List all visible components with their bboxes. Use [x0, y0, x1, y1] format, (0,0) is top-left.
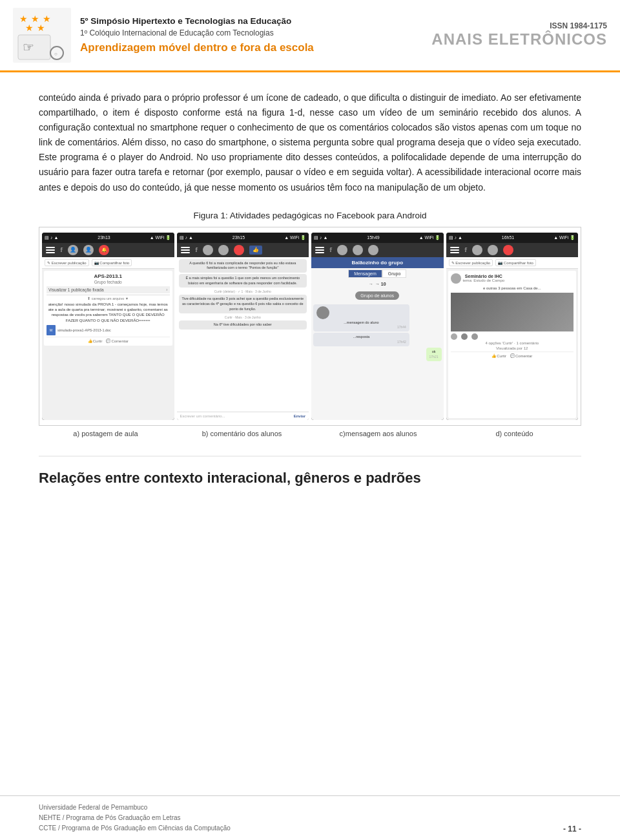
liker-3	[471, 333, 478, 340]
svg-text:★: ★	[37, 23, 45, 33]
doc-icon: W	[46, 325, 56, 335]
comment-input-bar: Escrever um comentário... Enviar	[177, 412, 309, 420]
comments-scroll: A questão 6 foi a mais complicada de res…	[177, 257, 309, 412]
comment-2: É a mais simples foi a questão 1 que com…	[179, 274, 307, 288]
coloquio-title: 1º Colóquio Internacional de Educação co…	[80, 28, 431, 39]
share-photo-btn[interactable]: 📷 Compartilhar foto	[92, 259, 132, 266]
sender-avatar-1	[316, 306, 329, 319]
divider-a	[46, 295, 170, 295]
avatar-b2	[218, 245, 229, 255]
post-footer-a: 👍 Curtir 💬 Comentar	[46, 337, 170, 343]
content-post-info-d: Seminário de IHC tema: Estudo de Campo	[463, 274, 505, 282]
header-center: 5º Simpósio Hipertexto e Tecnologias na …	[80, 16, 431, 56]
post-actions-bar-d: ✎ Escrever publicação 📷 Compartilhar fot…	[446, 257, 579, 269]
notif-b	[234, 245, 244, 255]
figure-caption: Figura 1: Atividades pedagógicas no Face…	[39, 211, 581, 220]
tab-message[interactable]: Mensagem	[348, 269, 382, 278]
figure-sublabels: a) postagem de aula b) comentário dos al…	[39, 430, 581, 437]
msg-bubble-1: ...mensagem do aluno 17h44	[313, 304, 409, 332]
msg-bubble-3: ok 17h21	[426, 348, 442, 361]
comment-placeholder: Escrever um comentário...	[180, 414, 225, 418]
comment-list: A questão 6 foi a mais complicada de res…	[177, 257, 309, 332]
post-text-a: atenção! nosso simulado da PROVA 1 - com…	[46, 302, 170, 324]
footer-line3: CCTE / Programa de Pós Graduação em Ciên…	[39, 823, 231, 834]
sublabel-b: b) comentário dos alunos	[175, 430, 309, 437]
section-heading: Relações entre contexto interacional, gê…	[39, 456, 581, 487]
post-actions-bar: ✎ Escrever publicação 📷 Compartilhar fot…	[42, 257, 174, 269]
figure-caption-bold: Figura 1	[193, 211, 225, 220]
group-members-row: → → 10	[314, 282, 441, 286]
comment-btn-d[interactable]: 💬 Comentar	[510, 353, 532, 358]
phone-screenshot-b: ▤ ♪ ▲ 23h15 ▲ WiFi 🔋 𝕗 👍	[177, 233, 309, 420]
content-post-sub-d: tema: Estudo de Campo	[463, 278, 505, 282]
aprendizagem-title: Aprendizagem móvel dentro e fora da esco…	[80, 41, 431, 55]
footer-left: Universidade Federal de Pernambuco NEHTE…	[39, 803, 231, 834]
page-header: ★ ★ ★ ★ ★ ☞ ○ 5º Simpósio Hipertexto e T…	[0, 0, 620, 72]
logo: ★ ★ ★ ★ ★ ☞ ○	[13, 8, 71, 63]
notifications-a: 🔔	[99, 245, 109, 255]
avatar-a2: 👤	[83, 245, 94, 255]
content-views-d: Visualizada por 12	[451, 346, 574, 350]
comment-meta-2: Curtir · Mais · 3 de Junho	[179, 315, 307, 319]
post-area-a: APS-2013.1 Grupo fechado Visualizar 1 pu…	[44, 271, 172, 346]
simposio-title: 5º Simpósio Hipertexto e Tecnologias na …	[80, 16, 431, 28]
menu-icon-b	[181, 247, 190, 253]
pinned-post-link[interactable]: Visualizar 1 publicação fixada ›	[46, 286, 170, 293]
footer-university: Universidade Federal de Pernambuco	[39, 803, 231, 813]
avatar-c	[337, 245, 347, 255]
group-info: → → 10 Grupo de alunos	[311, 279, 444, 302]
figure-section: Figura 1: Atividades pedagógicas no Face…	[39, 211, 581, 437]
group-label: Grupo de alunos	[355, 291, 399, 300]
share-photo-d[interactable]: 📷 Compartilhar foto	[495, 259, 536, 266]
menu-icon-d	[450, 247, 459, 253]
liker-1	[451, 333, 457, 340]
phone-screenshot-a: ▤ ♪ ▲ 23h13 ▲ WiFi 🔋 𝕗 👤 👤	[42, 233, 174, 420]
comment-1: A questão 6 foi a mais complicada de res…	[179, 259, 307, 273]
phone-content-c: Balãozinho do grupo Mensagem Grupo → → 1…	[311, 257, 444, 420]
post-title-a: APS-2013.1	[46, 273, 170, 279]
video-bg	[451, 293, 574, 331]
like-avatars	[451, 333, 574, 340]
status-bar-c: ▤ ♪ ▲ 15h49 ▲ WiFi 🔋	[311, 233, 444, 243]
content-post-d: Seminário de IHC tema: Estudo de Campo e…	[448, 271, 577, 418]
content-post-header-d: Seminário de IHC tema: Estudo de Campo	[451, 273, 574, 284]
nav-bar-a: 𝕗 👤 👤 🔔	[42, 243, 174, 257]
tab-group[interactable]: Grupo	[382, 269, 406, 278]
post-subtitle-a: Grupo fechado	[46, 280, 170, 284]
avatar-d2	[488, 245, 498, 255]
avatar-c2	[353, 245, 363, 255]
figure-caption-text: : Atividades pedagógicas no Facebook par…	[225, 211, 426, 220]
status-bar-d: ▤ ♪ ▲ 16h51 ▲ WiFi 🔋	[446, 233, 579, 243]
like-btn-d[interactable]: 👍 Curtir	[491, 353, 506, 358]
avatar-c3	[368, 245, 378, 255]
page-footer: Universidade Federal de Pernambuco NEHTE…	[0, 795, 620, 840]
nav-bar-b: 𝕗 👍	[177, 243, 309, 257]
phone-content-b: A questão 6 foi a mais complicada de res…	[177, 257, 309, 420]
message-tabs: Mensagem Grupo	[311, 268, 444, 279]
content-avatar-d	[451, 273, 461, 284]
phone-content-a: ✎ Escrever publicação 📷 Compartilhar fot…	[42, 257, 174, 420]
send-btn[interactable]: Enviar	[294, 414, 305, 418]
messages-container: ...mensagem do aluno 17h44 ...resposta 1…	[311, 302, 444, 363]
message-list: ...mensagem do aluno 17h44 ...resposta 1…	[311, 302, 444, 420]
comment-btn-a[interactable]: 💬 Comentar	[106, 339, 128, 343]
content-post-title-d: Seminário de IHC	[463, 274, 505, 278]
main-content: conteúdo ainda é privado para o próprio …	[0, 72, 620, 503]
video-thumbnail-d[interactable]	[451, 293, 574, 331]
phone-screenshot-c: ▤ ♪ ▲ 15h49 ▲ WiFi 🔋 𝕗 Bal	[311, 233, 444, 420]
like-btn-a[interactable]: 👍 Curtir	[88, 339, 103, 343]
post-file-a: W simulado-prova1-APS-2013-1.doc	[46, 325, 170, 335]
comment-3: Tive dificuldade na questão 3 pois achei…	[179, 295, 307, 313]
menu-icon-c	[315, 247, 324, 253]
write-post-d[interactable]: ✎ Escrever publicação	[449, 259, 493, 266]
comment-4: Na 6ª tive dificuldades por não saber	[179, 320, 307, 330]
content-post-text-d: e outras 3 pessoas em Casa de...	[451, 286, 574, 291]
thumbs-up-b: 👍	[249, 246, 262, 255]
status-bar-a: ▤ ♪ ▲ 23h13 ▲ WiFi 🔋	[42, 233, 174, 243]
msg-bubble-2: ...resposta 17h42	[313, 333, 409, 346]
avatar-d	[472, 245, 482, 255]
notif-d	[503, 245, 513, 255]
write-post-btn[interactable]: ✎ Escrever publicação	[45, 259, 89, 266]
phone-content-d: ✎ Escrever publicação 📷 Compartilhar fot…	[446, 257, 579, 420]
content-likes-d: 4 opções 'Curtir' · 1 comentário	[451, 341, 574, 345]
